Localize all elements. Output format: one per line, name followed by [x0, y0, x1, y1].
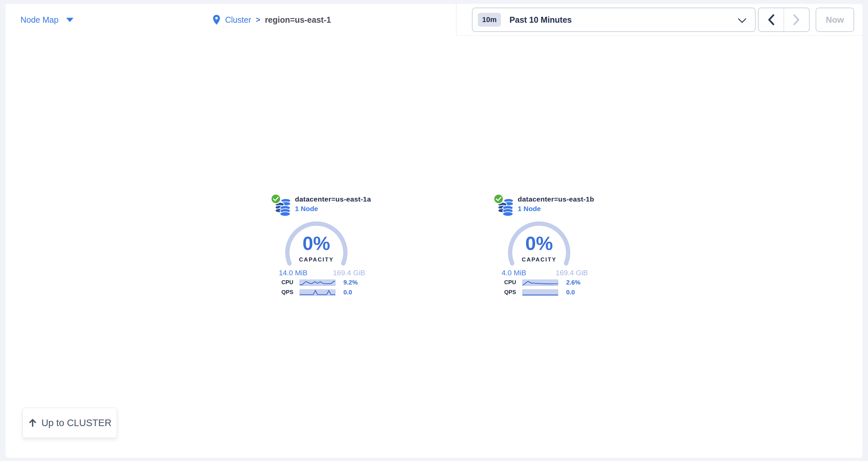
- cpu-metric-row: CPU 2.6%: [486, 278, 592, 287]
- qps-label: QPS: [264, 289, 293, 296]
- cpu-label: CPU: [264, 279, 293, 286]
- qps-value: 0.0: [343, 289, 352, 296]
- locality-title: datacenter=us-east-1a: [295, 195, 371, 203]
- capacity-percent: 0%: [506, 234, 572, 253]
- capacity-label: CAPACITY: [283, 257, 350, 263]
- caret-down-icon: [66, 18, 73, 22]
- capacity-used: 14.0 MiB: [279, 269, 307, 277]
- node-map-panel: Node Map Cluster > region=us-east-1 10m …: [6, 4, 862, 458]
- capacity-used: 4.0 MiB: [501, 269, 526, 277]
- healthy-check-icon: [493, 194, 504, 204]
- view-selector-label: Node Map: [21, 15, 58, 25]
- time-prev-button[interactable]: [758, 8, 784, 31]
- qps-metric-row: QPS 0.0: [264, 289, 369, 296]
- chevron-down-icon: [738, 18, 746, 23]
- location-pin-icon: [213, 14, 220, 25]
- locality-title: datacenter=us-east-1b: [518, 195, 594, 203]
- capacity-label: CAPACITY: [506, 257, 572, 263]
- time-window-label: Past 10 Minutes: [509, 15, 572, 25]
- cpu-value: 9.2%: [343, 279, 358, 286]
- view-selector-dropdown[interactable]: Node Map: [21, 4, 73, 36]
- qps-value: 0.0: [566, 289, 575, 296]
- locality-node-count: 1 Node: [518, 205, 594, 213]
- toolbar: Node Map Cluster > region=us-east-1 10m …: [6, 4, 862, 36]
- cpu-metric-row: CPU 9.2%: [264, 278, 369, 287]
- breadcrumb: Cluster > region=us-east-1: [213, 4, 331, 36]
- toolbar-left-section: Node Map Cluster > region=us-east-1: [6, 4, 457, 36]
- up-to-cluster-button[interactable]: Up to CLUSTER: [23, 408, 117, 438]
- locality-card-us-east-1b[interactable]: datacenter=us-east-1b 1 Node 0% CAPACITY…: [486, 191, 592, 303]
- time-next-button[interactable]: [784, 8, 809, 31]
- time-window-dropdown[interactable]: 10m Past 10 Minutes: [472, 7, 756, 32]
- qps-metric-row: QPS 0.0: [486, 289, 592, 296]
- cpu-value: 2.6%: [566, 279, 580, 286]
- qps-sparkline: [522, 290, 558, 296]
- breadcrumb-current: region=us-east-1: [265, 15, 331, 25]
- time-stepper-group: [758, 7, 810, 32]
- capacity-total: 169.4 GiB: [556, 269, 588, 277]
- chevron-right-icon: [793, 14, 800, 25]
- breadcrumb-cluster-link[interactable]: Cluster: [225, 15, 251, 25]
- cpu-label: CPU: [486, 279, 516, 286]
- capacity-percent: 0%: [283, 234, 350, 253]
- qps-label: QPS: [486, 289, 516, 296]
- now-button[interactable]: Now: [816, 7, 854, 32]
- healthy-check-icon: [271, 194, 281, 204]
- locality-node-count: 1 Node: [295, 205, 371, 213]
- locality-card-us-east-1a[interactable]: datacenter=us-east-1a 1 Node 0% CAPACITY…: [264, 191, 369, 303]
- up-to-cluster-label: Up to CLUSTER: [41, 418, 112, 428]
- qps-sparkline: [300, 290, 336, 296]
- cpu-sparkline: [522, 279, 558, 286]
- chevron-left-icon: [768, 14, 775, 25]
- cpu-sparkline: [300, 279, 336, 286]
- time-window-badge: 10m: [478, 13, 501, 27]
- arrow-up-icon: [28, 418, 37, 427]
- capacity-total: 169.4 GiB: [333, 269, 365, 277]
- breadcrumb-separator: >: [256, 15, 260, 24]
